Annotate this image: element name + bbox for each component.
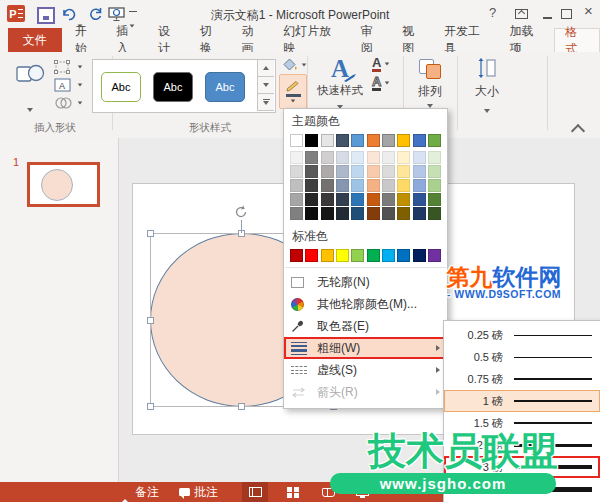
theme-variant-swatch-3-5[interactable] <box>321 207 334 221</box>
arrange-button[interactable]: 排列 <box>408 57 452 100</box>
theme-color-swatch-8[interactable] <box>397 134 410 147</box>
theme-color-swatch-1[interactable] <box>290 134 303 147</box>
theme-variant-swatch-1-2[interactable] <box>290 165 303 179</box>
theme-variant-swatch-3-4[interactable] <box>321 193 334 207</box>
minimize-button[interactable] <box>543 8 552 22</box>
menu-item-color-wheel[interactable]: 其他轮廓颜色(M)... <box>284 293 447 315</box>
theme-color-swatch-5[interactable] <box>351 134 364 147</box>
standard-color-swatch-9[interactable] <box>413 249 426 262</box>
notes-button[interactable]: 备注 <box>121 482 159 502</box>
tab-7[interactable]: 审阅 <box>352 28 394 52</box>
theme-variant-swatch-5-3[interactable] <box>351 179 364 193</box>
menu-item-line-weight[interactable]: 粗细(W) <box>284 337 447 359</box>
theme-variant-swatch-10-1[interactable] <box>428 151 441 165</box>
theme-variant-swatch-9-2[interactable] <box>413 165 426 179</box>
theme-variant-swatch-9-1[interactable] <box>413 151 426 165</box>
theme-variant-swatch-9-4[interactable] <box>413 193 426 207</box>
text-fill-button[interactable]: A <box>372 56 390 72</box>
resize-handle-bottom-middle[interactable] <box>238 403 245 410</box>
menu-item-dashed-line[interactable]: 虚线(S) <box>284 359 447 381</box>
resize-handle-top-left[interactable] <box>147 230 154 237</box>
theme-variant-swatch-5-2[interactable] <box>351 165 364 179</box>
weight-option-3[interactable]: 0.75 磅 <box>444 368 600 390</box>
shape-style-option-2[interactable]: Abc <box>153 72 193 102</box>
theme-variant-swatch-4-4[interactable] <box>336 193 349 207</box>
help-button[interactable]: ? <box>489 6 496 20</box>
theme-variant-swatch-5-4[interactable] <box>351 193 364 207</box>
quick-styles-button[interactable]: A 快速样式 <box>314 56 366 98</box>
standard-color-swatch-2[interactable] <box>305 249 318 262</box>
tab-1[interactable]: 开始 <box>66 28 108 52</box>
weight-option-4[interactable]: 1 磅 <box>444 390 600 412</box>
theme-variant-swatch-3-1[interactable] <box>321 151 334 165</box>
theme-color-swatch-10[interactable] <box>428 134 441 147</box>
standard-color-swatch-5[interactable] <box>351 249 364 262</box>
tab-9[interactable]: 开发工具 <box>435 28 500 52</box>
slide-sorter-view-button[interactable] <box>280 482 306 502</box>
maximize-button[interactable] <box>561 8 572 22</box>
theme-variant-swatch-5-5[interactable] <box>351 207 364 221</box>
theme-color-swatch-4[interactable] <box>336 134 349 147</box>
theme-variant-swatch-2-4[interactable] <box>305 193 318 207</box>
standard-color-swatch-10[interactable] <box>428 249 441 262</box>
theme-variant-swatch-2-2[interactable] <box>305 165 318 179</box>
theme-variant-swatch-3-3[interactable] <box>321 179 334 193</box>
shape-style-option-3[interactable]: Abc <box>205 72 245 102</box>
theme-variant-swatch-1-3[interactable] <box>290 179 303 193</box>
shapes-button[interactable] <box>8 58 52 114</box>
theme-variant-swatch-6-5[interactable] <box>367 207 380 221</box>
text-outline-button[interactable]: A <box>372 75 390 91</box>
tab-8[interactable]: 视图 <box>393 28 435 52</box>
standard-color-swatch-6[interactable] <box>367 249 380 262</box>
theme-variant-swatch-7-5[interactable] <box>382 207 395 221</box>
standard-color-swatch-3[interactable] <box>321 249 334 262</box>
gallery-more-button[interactable] <box>257 94 274 111</box>
theme-color-swatch-7[interactable] <box>382 134 395 147</box>
standard-color-swatch-4[interactable] <box>336 249 349 262</box>
theme-variant-swatch-1-1[interactable] <box>290 151 303 165</box>
tab-10[interactable]: 加载项 <box>501 28 555 52</box>
text-box-button[interactable]: A <box>54 78 83 92</box>
menu-item-no-outline[interactable]: 无轮廓(N) <box>284 271 447 293</box>
standard-color-swatch-7[interactable] <box>382 249 395 262</box>
resize-handle-left-middle[interactable] <box>147 317 154 324</box>
weight-option-1[interactable]: 0.25 磅 <box>444 324 600 346</box>
theme-variant-swatch-10-3[interactable] <box>428 179 441 193</box>
merge-shapes-button[interactable] <box>54 96 83 110</box>
theme-variant-swatch-8-4[interactable] <box>397 193 410 207</box>
theme-variant-swatch-6-2[interactable] <box>367 165 380 179</box>
theme-color-swatch-6[interactable] <box>367 134 380 147</box>
theme-variant-swatch-2-3[interactable] <box>305 179 318 193</box>
theme-variant-swatch-2-1[interactable] <box>305 151 318 165</box>
close-button[interactable]: × <box>584 4 593 18</box>
theme-variant-swatch-5-1[interactable] <box>351 151 364 165</box>
theme-variant-swatch-6-4[interactable] <box>367 193 380 207</box>
slide-thumbnail[interactable] <box>27 162 100 207</box>
theme-variant-swatch-10-5[interactable] <box>428 207 441 221</box>
theme-variant-swatch-7-1[interactable] <box>382 151 395 165</box>
edit-shape-button[interactable] <box>54 60 83 74</box>
theme-variant-swatch-10-2[interactable] <box>428 165 441 179</box>
theme-variant-swatch-7-2[interactable] <box>382 165 395 179</box>
theme-variant-swatch-8-2[interactable] <box>397 165 410 179</box>
theme-variant-swatch-9-5[interactable] <box>413 207 426 221</box>
theme-variant-swatch-8-5[interactable] <box>397 207 410 221</box>
collapse-ribbon-button[interactable] <box>571 124 585 138</box>
shape-fill-button[interactable] <box>281 57 307 72</box>
tab-5[interactable]: 动画 <box>233 28 275 52</box>
tab-3[interactable]: 设计 <box>149 28 191 52</box>
theme-variant-swatch-7-4[interactable] <box>382 193 395 207</box>
rotate-handle[interactable] <box>233 204 249 224</box>
comments-button[interactable]: 批注 <box>179 482 218 502</box>
resize-handle-bottom-left[interactable] <box>147 403 154 410</box>
shape-outline-button[interactable] <box>279 74 307 109</box>
theme-variant-swatch-7-3[interactable] <box>382 179 395 193</box>
theme-variant-swatch-10-4[interactable] <box>428 193 441 207</box>
menu-item-eyedropper[interactable]: 取色器(E) <box>284 315 447 337</box>
standard-color-swatch-1[interactable] <box>290 249 303 262</box>
theme-variant-swatch-4-3[interactable] <box>336 179 349 193</box>
size-button[interactable]: 大小 <box>462 57 512 100</box>
weight-option-2[interactable]: 0.5 磅 <box>444 346 600 368</box>
normal-view-button[interactable] <box>242 482 268 502</box>
theme-color-swatch-3[interactable] <box>321 134 334 147</box>
